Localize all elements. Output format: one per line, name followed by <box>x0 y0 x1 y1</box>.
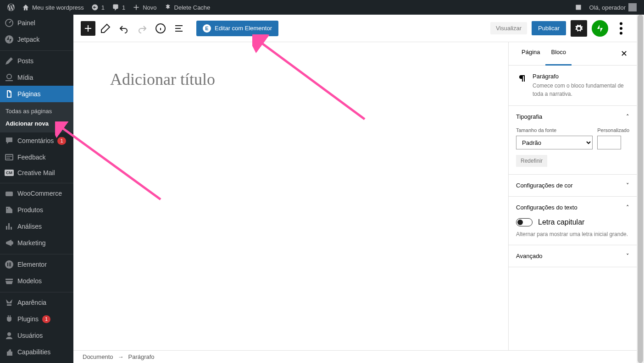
submenu-add-new[interactable]: Adicionar nova <box>0 117 73 130</box>
dropcap-help: Alternar para mostrar uma letra inicial … <box>516 231 629 237</box>
menu-tools[interactable]: Ferramentas <box>0 360 73 363</box>
tab-page[interactable]: Página <box>516 42 545 65</box>
menu-media[interactable]: Mídia <box>0 69 73 86</box>
menu-label: Comentários <box>17 137 54 144</box>
new-label: Novo <box>143 4 156 11</box>
new-link[interactable]: Novo <box>129 0 160 15</box>
svg-rect-3 <box>6 154 13 160</box>
menu-label: Capabilities <box>17 348 50 356</box>
block-name: Parágrafo <box>533 73 629 80</box>
panel-advanced: Avançado˅ <box>509 245 637 267</box>
flyout-arrow <box>70 90 73 98</box>
submenu-all-pages[interactable]: Todas as páginas <box>0 105 73 117</box>
breadcrumb-block[interactable]: Parágrafo <box>128 353 154 360</box>
breadcrumb-doc[interactable]: Documento <box>83 353 113 360</box>
chevron-down-icon: ˅ <box>626 182 629 189</box>
add-block-button[interactable] <box>81 21 95 36</box>
svg-rect-0 <box>576 5 581 10</box>
menu-label: Usuários <box>17 332 43 339</box>
count-badge: 1 <box>42 315 50 323</box>
paragraph-block[interactable] <box>110 112 472 204</box>
comment-count: 1 <box>122 4 125 11</box>
outline-button[interactable] <box>171 20 187 37</box>
svg-point-8 <box>620 22 622 25</box>
greeting: Olá, operador <box>589 4 626 11</box>
custom-label: Personalizado <box>597 127 629 133</box>
account-link[interactable]: Olá, operador <box>586 0 641 15</box>
more-options-button[interactable] <box>613 20 629 37</box>
menu-capabilities[interactable]: Capabilities <box>0 344 73 360</box>
menu-label: Elementor <box>17 261 47 268</box>
dropcap-label: Letra capitular <box>538 218 584 226</box>
menu-templates[interactable]: Modelos <box>0 273 73 289</box>
menu-creative-mail[interactable]: CMCreative Mail <box>0 165 73 180</box>
comments-link[interactable]: 1 <box>108 0 129 15</box>
close-inspector-button[interactable]: ✕ <box>619 42 629 65</box>
panel-text-toggle[interactable]: Configurações do texto˄ <box>509 197 637 218</box>
menu-marketing[interactable]: Marketing <box>0 235 73 251</box>
block-description: Comece com o bloco fundamental de toda a… <box>533 82 629 98</box>
dropcap-toggle[interactable] <box>516 218 533 226</box>
publish-button[interactable]: Publicar <box>532 21 566 35</box>
cm-icon: CM <box>5 170 14 176</box>
wp-logo[interactable] <box>4 0 18 15</box>
menu-comments[interactable]: Comentários1 <box>0 132 73 149</box>
menu-label: Aparência <box>17 299 46 306</box>
menu-label: Painel <box>17 19 35 27</box>
font-size-select[interactable]: Padrão <box>516 136 593 149</box>
chevron-up-icon: ˄ <box>626 113 629 120</box>
menu-jetpack[interactable]: Jetpack <box>0 31 73 48</box>
panel-typography-toggle[interactable]: Tipografia˄ <box>509 106 637 127</box>
editor-canvas[interactable] <box>73 42 508 350</box>
edit-with-elementor-button[interactable]: EEditar com Elementor <box>196 21 278 36</box>
menu-label: Páginas <box>17 90 41 98</box>
block-info: Parágrafo Comece com o bloco fundamental… <box>509 66 637 106</box>
site-name-link[interactable]: Meu site wordpress <box>18 0 88 15</box>
menu-woocommerce[interactable]: WooCommerce <box>0 185 73 202</box>
svg-point-6 <box>7 332 11 336</box>
svg-point-9 <box>620 27 622 30</box>
redo-button[interactable] <box>134 20 150 37</box>
menu-appearance[interactable]: Aparência <box>0 294 73 311</box>
notifications-button[interactable] <box>571 0 586 15</box>
menu-dashboard[interactable]: Painel <box>0 15 73 31</box>
panel-advanced-toggle[interactable]: Avançado˅ <box>509 245 637 267</box>
editor-body: Página Bloco ✕ Parágrafo Comece com o bl… <box>73 42 637 350</box>
menu-products[interactable]: Produtos <box>0 202 73 218</box>
admin-sidebar: Painel Jetpack Posts Mídia Páginas Todas… <box>0 15 73 363</box>
menu-analytics[interactable]: Análises <box>0 218 73 235</box>
menu-label: Creative Mail <box>17 169 55 176</box>
tools-button[interactable] <box>97 20 114 37</box>
undo-button[interactable] <box>116 20 132 37</box>
menu-posts[interactable]: Posts <box>0 53 73 69</box>
post-title-input[interactable] <box>110 70 472 89</box>
panel-text: Configurações do texto˄ Letra capitular … <box>509 197 637 245</box>
settings-button[interactable] <box>571 20 587 37</box>
panel-title: Configurações de cor <box>516 182 573 189</box>
delete-cache-label: Delete Cache <box>174 4 211 11</box>
panel-color-toggle[interactable]: Configurações de cor˅ <box>509 175 637 196</box>
tab-block[interactable]: Bloco <box>545 42 572 65</box>
menu-feedback[interactable]: Feedback <box>0 149 73 165</box>
menu-elementor[interactable]: Elementor <box>0 256 73 273</box>
submenu-pages: Todas as páginas Adicionar nova <box>0 102 73 132</box>
menu-pages[interactable]: Páginas <box>0 86 73 102</box>
scrollbar[interactable] <box>637 15 644 363</box>
inspector-tabs: Página Bloco ✕ <box>509 42 637 66</box>
menu-users[interactable]: Usuários <box>0 327 73 344</box>
menu-label: Posts <box>17 57 33 65</box>
custom-font-size-input[interactable] <box>597 136 621 149</box>
menu-label: Marketing <box>17 239 45 247</box>
svg-rect-4 <box>6 192 13 196</box>
settings-sidebar: Página Bloco ✕ Parágrafo Comece com o bl… <box>508 42 637 350</box>
delete-cache-link[interactable]: Delete Cache <box>161 0 214 15</box>
font-size-label: Tamanho da fonte <box>516 127 593 133</box>
reset-button[interactable]: Redefinir <box>516 155 547 167</box>
details-button[interactable] <box>152 20 169 37</box>
menu-plugins[interactable]: Plugins1 <box>0 311 73 327</box>
menu-label: Feedback <box>17 154 45 161</box>
count-badge: 1 <box>57 137 66 145</box>
jetpack-button[interactable] <box>592 20 608 37</box>
preview-button[interactable]: Visualizar <box>490 22 527 34</box>
updates-link[interactable]: 1 <box>88 0 108 15</box>
